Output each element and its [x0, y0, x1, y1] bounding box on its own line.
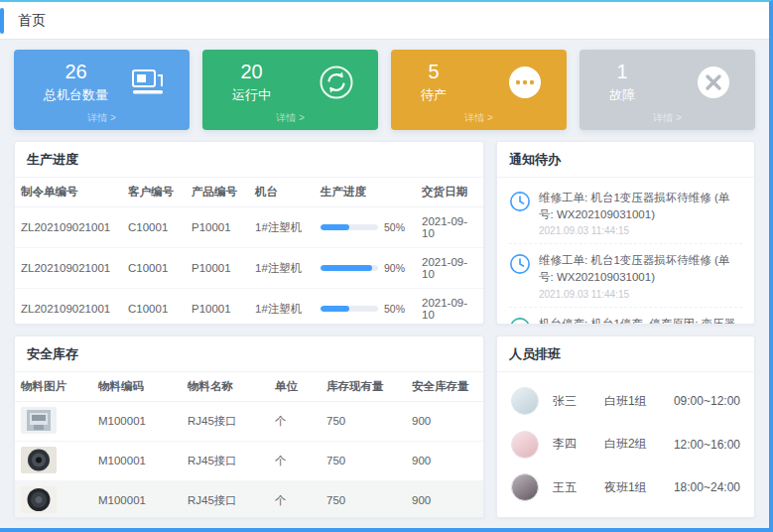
notifications-panel: 通知待办 维修工单: 机台1变压器损坏待维修 (单号: WX2021090310…	[496, 141, 755, 325]
cell-unit: 个	[269, 441, 321, 480]
notification-item[interactable]: 维修工单: 机台1变压器损坏待维修 (单号: WX202109031001) 2…	[509, 244, 742, 307]
table-row: ZL202109021001 C10001 P10001 1#注塑机 50% 2…	[15, 207, 484, 248]
stat-value: 5	[421, 61, 447, 82]
notification-list: 维修工单: 机台1变压器损坏待维修 (单号: WX202109031001) 2…	[497, 178, 754, 324]
staff-row: 李四 白班2组 12:00~16:00	[511, 431, 740, 459]
stat-cards-row: 26 总机台数量 详情 >	[14, 50, 755, 130]
col-header-safety: 安全库存量	[406, 372, 484, 402]
col-header-machine: 机台	[249, 178, 315, 207]
cell-customer: C10001	[122, 207, 186, 248]
cell-progress: 50%	[315, 207, 416, 248]
staff-shift: 白班1组	[604, 393, 670, 410]
stat-card-fault[interactable]: 1 故障 详情 >	[580, 50, 755, 130]
header-accent	[0, 8, 4, 34]
staff-name: 张三	[553, 393, 604, 410]
panel-title: 安全库存	[15, 336, 483, 372]
staff-shift: 夜班1组	[604, 479, 670, 496]
stat-card-body: 26 总机台数量	[14, 61, 190, 104]
col-header-date: 交货日期	[416, 178, 484, 207]
stat-card-body: 5 待产	[391, 61, 567, 104]
notification-time: 2021.09.03 11:44:15	[539, 289, 742, 300]
staff-schedule-panel: 人员排班 张三 白班1组 09:00~12:00 李四 白班2组 12:00~1…	[496, 335, 755, 519]
notification-text: 维修工单: 机台1变压器损坏待维修 (单号: WX202109031001)	[539, 252, 742, 285]
detail-link[interactable]: 详情 >	[14, 111, 190, 125]
col-header-product: 产品编号	[186, 178, 249, 207]
staff-time: 09:00~12:00	[674, 394, 740, 408]
cell-order: ZL202109021001	[15, 248, 122, 289]
cell-date: 2021-09-10	[416, 248, 484, 289]
avatar	[511, 431, 539, 459]
col-header-image: 物料图片	[15, 372, 92, 402]
staff-shift: 白班2组	[604, 436, 670, 453]
production-progress-panel: 生产进度 制令单编号 客户编号 产品编号 机台 生产进度 交货日期	[14, 141, 484, 325]
panel-title: 生产进度	[15, 142, 483, 178]
dashboard-page: 首页 26 总机台数量	[0, 0, 773, 532]
waiting-icon	[507, 65, 543, 100]
safety-stock-panel: 安全库存 物料图片 物料编码 物料名称 单位 库存现有量 安全库存量	[14, 335, 484, 519]
cell-date: 2021-09-10	[416, 289, 484, 325]
table-header-row: 制令单编号 客户编号 产品编号 机台 生产进度 交货日期	[15, 178, 484, 207]
stat-value: 1	[609, 61, 635, 82]
notification-item[interactable]: 机台停产: 机台1停产, 停产原因: 变压器损坏 2021.09.03 11:4…	[509, 308, 742, 324]
cell-safety: 900	[406, 401, 484, 441]
table-row: M100001 RJ45接口 个 750 900	[15, 401, 484, 441]
col-header-order: 制令单编号	[15, 178, 122, 207]
col-header-progress: 生产进度	[315, 178, 416, 207]
detail-link[interactable]: 详情 >	[202, 111, 378, 125]
progress-label: 90%	[384, 262, 405, 274]
cell-machine: 1#注塑机	[249, 207, 315, 248]
fault-icon	[696, 65, 731, 100]
stat-card-waiting[interactable]: 5 待产 详情 >	[391, 50, 567, 130]
stat-value: 20	[232, 61, 271, 82]
detail-link[interactable]: 详情 >	[580, 111, 755, 125]
cell-product: P10001	[186, 248, 249, 289]
material-image-speaker	[21, 447, 57, 473]
cell-name: RJ45接口	[182, 401, 269, 441]
table-row: ZL202109021001 C10001 P10001 1#注塑机 90% 2…	[15, 248, 484, 289]
stat-card-running[interactable]: 20 运行中 详情 >	[202, 50, 378, 130]
stat-card-body: 1 故障	[580, 61, 755, 104]
page-title-tab[interactable]: 首页	[18, 12, 46, 30]
production-table: 制令单编号 客户编号 产品编号 机台 生产进度 交货日期 ZL202109021…	[15, 178, 484, 325]
avatar	[511, 387, 539, 415]
panel-title: 通知待办	[497, 142, 754, 178]
progress-bar: 50%	[321, 221, 410, 233]
clock-icon	[509, 253, 531, 275]
progress-bar: 50%	[321, 303, 410, 315]
cell-stock: 750	[321, 480, 406, 518]
staff-name: 王五	[553, 479, 604, 496]
speaker-icon	[509, 317, 531, 324]
machine-icon	[130, 65, 166, 100]
table-row: ZL202109021001 C10001 P10001 1#注塑机 50% 2…	[15, 289, 484, 325]
stat-label: 运行中	[232, 86, 271, 104]
page-header: 首页	[0, 2, 769, 40]
panels-row-bottom: 安全库存 物料图片 物料编码 物料名称 单位 库存现有量 安全库存量	[14, 335, 755, 519]
stat-card-total-machines[interactable]: 26 总机台数量 详情 >	[14, 50, 190, 130]
notification-time: 2021.09.03 11:44:15	[539, 225, 742, 236]
cell-machine: 1#注塑机	[249, 289, 315, 325]
staff-time: 12:00~16:00	[674, 438, 740, 452]
cell-stock: 750	[321, 401, 406, 441]
running-icon	[319, 65, 354, 100]
cell-progress: 50%	[315, 289, 416, 325]
cell-code: M100001	[92, 441, 182, 480]
stat-card-info: 5 待产	[421, 61, 447, 104]
cell-product: P10001	[186, 289, 249, 325]
material-image-speaker	[21, 486, 57, 513]
notification-text: 机台停产: 机台1停产, 停产原因: 变压器损坏	[539, 316, 742, 324]
cell-order: ZL202109021001	[15, 289, 122, 325]
main-content: 26 总机台数量 详情 >	[0, 40, 769, 528]
inventory-table: 物料图片 物料编码 物料名称 单位 库存现有量 安全库存量	[15, 372, 484, 519]
cell-code: M100001	[92, 401, 182, 441]
detail-link[interactable]: 详情 >	[391, 111, 567, 125]
avatar	[511, 473, 539, 501]
staff-list: 张三 白班1组 09:00~12:00 李四 白班2组 12:00~16:00 …	[497, 372, 754, 518]
stat-card-info: 1 故障	[609, 61, 635, 104]
material-image-rj45	[21, 407, 57, 434]
cell-order: ZL202109021001	[15, 207, 122, 248]
panels-row-top: 生产进度 制令单编号 客户编号 产品编号 机台 生产进度 交货日期	[14, 141, 755, 325]
notification-item[interactable]: 维修工单: 机台1变压器损坏待维修 (单号: WX202109031001) 2…	[509, 182, 742, 244]
table-row: M100001 RJ45接口 个 750 900	[15, 480, 484, 518]
col-header-customer: 客户编号	[122, 178, 186, 207]
panel-title: 人员排班	[497, 336, 754, 372]
